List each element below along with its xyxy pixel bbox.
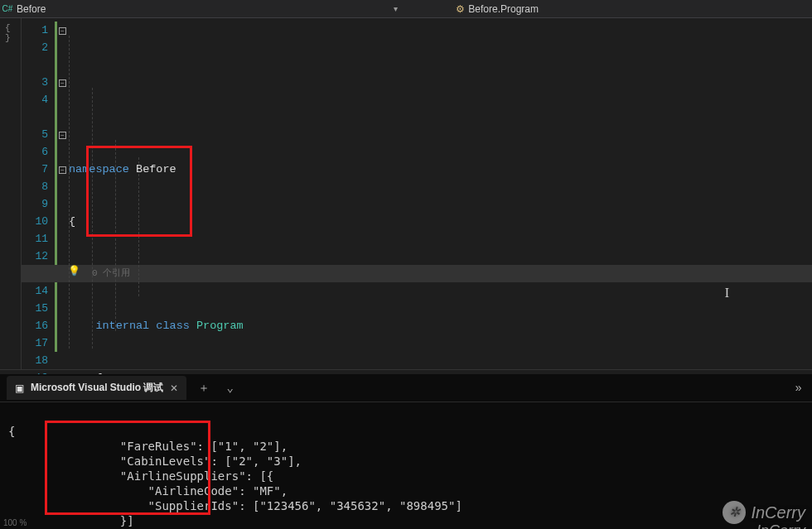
new-terminal-button[interactable]: ＋: [193, 381, 215, 396]
panel-overflow-chevron-icon[interactable]: »: [795, 382, 812, 395]
chevron-down-icon[interactable]: ⌄: [221, 381, 238, 395]
text-cursor-icon: I: [725, 284, 729, 301]
brace-match-icon: { }: [5, 23, 21, 43]
terminal-output[interactable]: { "FareRules": ["1", "2"], "CabinLevels"…: [0, 402, 812, 529]
close-icon[interactable]: ✕: [170, 382, 178, 394]
terminal-tab[interactable]: ▣ Microsoft Visual Studio 调试 ✕: [7, 376, 186, 400]
breadcrumb-class: Before.Program: [468, 3, 539, 15]
terminal-tabbar: ▣ Microsoft Visual Studio 调试 ✕ ＋ ⌄ »: [0, 374, 812, 402]
zoom-indicator[interactable]: 100 %: [0, 517, 30, 529]
breadcrumb-bar: C# Before ▾ ⚙ Before.Program: [0, 0, 812, 18]
margin-gutter: { }: [0, 18, 22, 369]
csharp-file-icon: C#: [2, 3, 13, 15]
class-icon: ⚙: [456, 3, 465, 15]
line-number-column: 1 2 3 4 5 6 7 8 9 10 11 12 13 14 15 16 1…: [22, 18, 55, 369]
terminal-panel: ▣ Microsoft Visual Studio 调试 ✕ ＋ ⌄ » { "…: [0, 374, 812, 529]
fold-column: − − − −: [57, 18, 69, 369]
fold-toggle[interactable]: −: [59, 79, 66, 87]
fold-toggle[interactable]: −: [59, 166, 66, 174]
chevron-down-icon[interactable]: ▾: [394, 4, 398, 13]
terminal-icon: ▣: [15, 382, 24, 394]
fold-toggle[interactable]: −: [59, 132, 66, 139]
fold-toggle[interactable]: −: [59, 27, 66, 35]
code-editor[interactable]: { } 1 2 3 4 5 6 7 8 9 10 11 12 13 14 15 …: [0, 18, 812, 369]
code-content[interactable]: namespace Before { 0 个引用 internal class …: [69, 18, 812, 369]
breadcrumb-namespace: Before: [17, 3, 46, 15]
breadcrumb-right[interactable]: ⚙ Before.Program: [456, 3, 812, 15]
terminal-tab-title: Microsoft Visual Studio 调试: [31, 381, 163, 395]
breadcrumb-left[interactable]: C# Before: [0, 3, 46, 15]
codelens-references[interactable]: 0 个引用: [69, 265, 812, 282]
